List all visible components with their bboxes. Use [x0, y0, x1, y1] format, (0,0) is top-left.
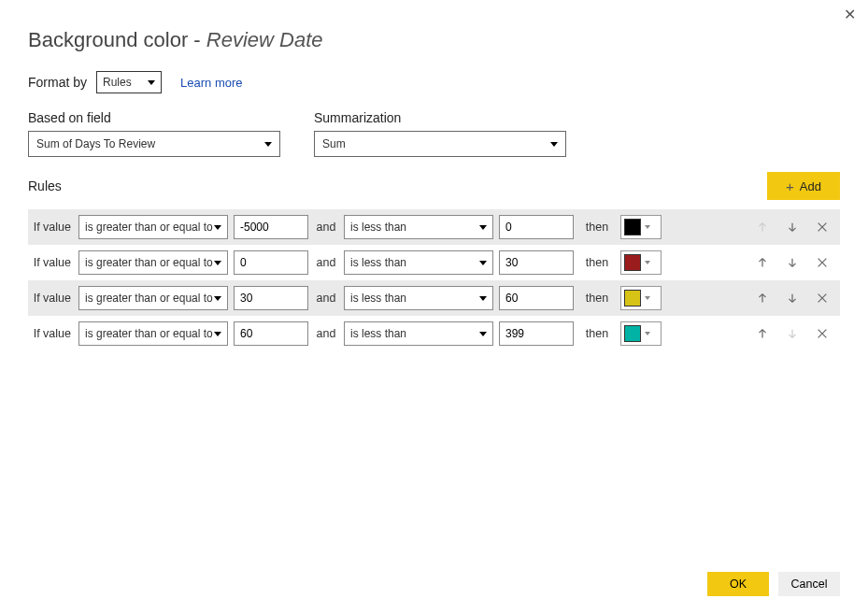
- move-up-icon[interactable]: [754, 325, 771, 342]
- rules-label: Rules: [28, 178, 62, 193]
- ok-button[interactable]: OK: [707, 572, 769, 596]
- format-by-select[interactable]: Rules: [96, 71, 162, 93]
- rule-op1-select[interactable]: is greater than or equal to: [78, 215, 228, 239]
- chevron-down-icon: [645, 261, 650, 264]
- chevron-down-icon: [479, 261, 487, 265]
- cancel-button[interactable]: Cancel: [778, 572, 840, 596]
- delete-rule-icon[interactable]: [814, 290, 831, 306]
- then-label: then: [579, 256, 615, 269]
- format-by-value: Rules: [103, 76, 132, 89]
- color-swatch: [624, 254, 641, 271]
- then-label: then: [579, 292, 615, 305]
- rule-row: If valueis greater than or equal toandis…: [28, 316, 840, 351]
- rule-color-picker[interactable]: [620, 286, 662, 310]
- color-swatch: [624, 290, 641, 306]
- rule-val1-input[interactable]: [234, 286, 308, 310]
- move-up-icon[interactable]: [754, 254, 771, 271]
- title-prefix: Background color -: [28, 28, 206, 51]
- based-on-field-select[interactable]: Sum of Days To Review: [28, 131, 280, 157]
- rule-row: If valueis greater than or equal toandis…: [28, 245, 840, 280]
- rule-val1-input[interactable]: [234, 250, 308, 275]
- rule-op2-value: is less than: [350, 221, 406, 234]
- rule-val2-input[interactable]: [499, 215, 574, 239]
- chevron-down-icon: [214, 261, 221, 265]
- chevron-down-icon: [479, 225, 487, 230]
- delete-rule-icon[interactable]: [814, 219, 831, 235]
- rule-op2-select[interactable]: is less than: [344, 215, 493, 239]
- move-down-icon[interactable]: [784, 219, 801, 235]
- rule-op2-value: is less than: [350, 292, 406, 305]
- format-by-label: Format by: [28, 75, 87, 90]
- chevron-down-icon: [645, 225, 650, 229]
- move-down-icon[interactable]: [784, 290, 801, 306]
- rule-op2-value: is less than: [350, 327, 406, 340]
- and-label: and: [314, 327, 338, 340]
- based-on-field-label: Based on field: [28, 110, 280, 125]
- rule-color-picker[interactable]: [620, 321, 662, 346]
- plus-icon: +: [786, 179, 794, 193]
- move-down-icon[interactable]: [784, 254, 801, 271]
- rule-op2-select[interactable]: is less than: [344, 321, 493, 346]
- rule-op1-value: is greater than or equal to: [85, 221, 213, 234]
- chevron-down-icon: [214, 296, 221, 301]
- rule-color-picker[interactable]: [620, 215, 662, 239]
- chevron-down-icon: [645, 332, 650, 335]
- rule-op2-select[interactable]: is less than: [344, 286, 493, 310]
- rule-val1-input[interactable]: [234, 215, 308, 239]
- close-icon[interactable]: ✕: [840, 6, 859, 24]
- color-swatch: [624, 325, 641, 342]
- and-label: and: [314, 256, 338, 269]
- delete-rule-icon[interactable]: [814, 325, 831, 342]
- move-down-icon: [784, 325, 801, 342]
- then-label: then: [579, 221, 615, 234]
- chevron-down-icon: [214, 332, 221, 336]
- move-up-icon[interactable]: [754, 290, 771, 306]
- rule-val2-input[interactable]: [499, 321, 574, 346]
- rule-op1-select[interactable]: is greater than or equal to: [78, 321, 228, 346]
- summarization-select[interactable]: Sum: [314, 131, 566, 157]
- chevron-down-icon: [550, 142, 558, 147]
- rule-op2-value: is less than: [350, 256, 406, 269]
- chevron-down-icon: [214, 225, 221, 230]
- rule-val2-input[interactable]: [499, 286, 574, 310]
- rule-color-picker[interactable]: [620, 250, 662, 275]
- chevron-down-icon: [264, 142, 272, 147]
- then-label: then: [579, 327, 615, 340]
- chevron-down-icon: [479, 332, 487, 336]
- chevron-down-icon: [645, 296, 650, 300]
- rule-val1-input[interactable]: [234, 321, 308, 346]
- title-field: Review Date: [206, 28, 323, 51]
- if-value-label: If value: [32, 292, 73, 305]
- rule-val2-input[interactable]: [499, 250, 574, 275]
- learn-more-link[interactable]: Learn more: [180, 76, 242, 90]
- if-value-label: If value: [32, 327, 73, 340]
- color-swatch: [624, 219, 641, 235]
- rule-op1-select[interactable]: is greater than or equal to: [78, 250, 228, 275]
- based-on-field-value: Sum of Days To Review: [36, 137, 155, 150]
- add-label: Add: [800, 179, 821, 193]
- and-label: and: [314, 221, 338, 234]
- rule-op1-select[interactable]: is greater than or equal to: [78, 286, 228, 310]
- rule-op1-value: is greater than or equal to: [85, 292, 213, 305]
- add-rule-button[interactable]: + Add: [767, 172, 840, 200]
- rule-row: If valueis greater than or equal toandis…: [28, 209, 840, 245]
- summarization-label: Summarization: [314, 110, 566, 125]
- if-value-label: If value: [32, 221, 73, 234]
- summarization-value: Sum: [322, 137, 346, 150]
- and-label: and: [314, 292, 338, 305]
- rule-op1-value: is greater than or equal to: [85, 256, 213, 269]
- delete-rule-icon[interactable]: [814, 254, 831, 271]
- move-up-icon: [754, 219, 771, 235]
- rule-row: If valueis greater than or equal toandis…: [28, 280, 840, 316]
- chevron-down-icon: [479, 296, 487, 301]
- rule-op1-value: is greater than or equal to: [85, 327, 213, 340]
- if-value-label: If value: [32, 256, 73, 269]
- chevron-down-icon: [148, 80, 155, 85]
- rule-op2-select[interactable]: is less than: [344, 250, 493, 275]
- dialog-title: Background color - Review Date: [28, 28, 840, 52]
